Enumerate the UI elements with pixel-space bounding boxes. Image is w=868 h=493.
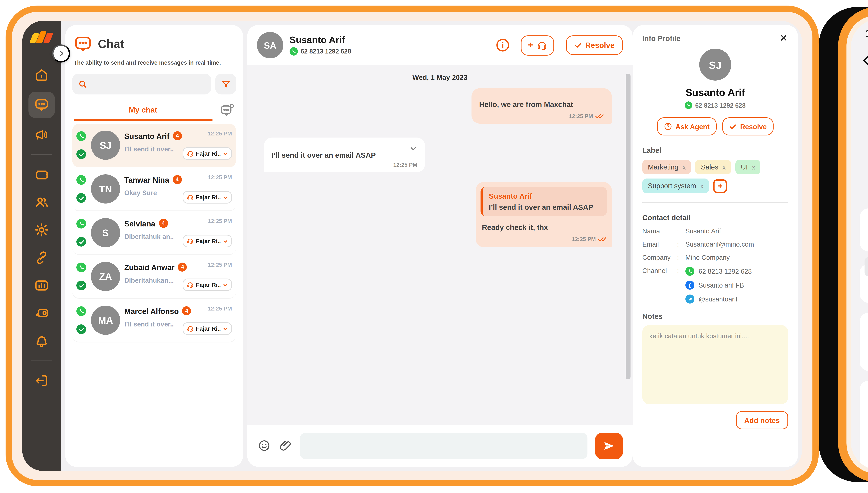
chevron-down-icon: [223, 151, 228, 156]
channel-value: Susanto arif FB: [698, 281, 744, 289]
channel-value: 62 8213 1292 628: [698, 267, 752, 275]
chat-list-item-marcel[interactable]: MA Marcel Alfonso 4 I’ll send it over.. …: [72, 299, 236, 342]
agent-select[interactable]: Fajar Ri..: [183, 279, 232, 291]
check-icon: [729, 123, 737, 130]
resolve-label: Resolve: [585, 41, 615, 49]
new-chat-icon[interactable]: [219, 103, 235, 118]
tag-marketing[interactable]: Marketingx: [642, 160, 691, 174]
headset-icon: [187, 325, 194, 332]
plus-icon: +: [528, 42, 533, 49]
outgoing-message: Hello, we are from Maxchat 12:25 PM: [471, 88, 612, 124]
agent-select[interactable]: Fajar Ri..: [183, 147, 232, 160]
contact-name: Susanto Arif: [642, 87, 788, 98]
send-button[interactable]: [595, 433, 623, 459]
notifications-icon[interactable]: [33, 333, 50, 349]
field-label: Email: [642, 240, 677, 248]
whatsapp-icon: [685, 102, 692, 109]
integrations-link-icon[interactable]: [33, 249, 50, 266]
resolved-check-icon: [76, 324, 86, 334]
double-check-icon: [598, 236, 607, 242]
message-area: Wed, 1 May 2023 Hello, we are from Maxch…: [247, 65, 632, 425]
tab-my-chat[interactable]: My chat: [74, 106, 213, 121]
message-text: Hello, we are from Maxchat: [479, 99, 604, 109]
avatar: TN: [91, 174, 120, 203]
whatsapp-channel-icon: [76, 262, 86, 272]
conversation-header: SA Susanto Arif 62 8213 1292 628: [247, 25, 632, 65]
headset-icon: [187, 238, 194, 244]
sidebar: [22, 21, 61, 471]
remove-tag-icon[interactable]: x: [683, 164, 686, 171]
resolve-button[interactable]: Resolve: [566, 36, 623, 55]
home-icon[interactable]: [33, 67, 50, 83]
contact-name: Tanwar Nina: [124, 175, 169, 184]
broadcast-icon[interactable]: [33, 126, 50, 143]
panel-title: Chat: [98, 37, 124, 51]
ask-agent-button[interactable]: Ask Agent: [657, 117, 716, 135]
logout-icon[interactable]: [33, 372, 50, 389]
add-notes-button[interactable]: Add notes: [736, 411, 788, 429]
tag-label: Marketing: [648, 163, 678, 171]
agent-name: Fajar Ri..: [196, 238, 221, 244]
tag-support-system[interactable]: Support systemx: [642, 178, 709, 193]
message-input[interactable]: [300, 433, 587, 459]
agent-select[interactable]: Fajar Ri..: [183, 235, 232, 247]
filter-button[interactable]: [215, 73, 236, 94]
resolve-label: Resolve: [740, 123, 766, 130]
chat-list-panel: Chat The ability to send and receive mes…: [65, 25, 243, 467]
analytics-icon[interactable]: [33, 277, 50, 294]
chat-list-item-selviana[interactable]: S Selviana 4 Diberitahuk an.. 12:25 PM: [72, 211, 236, 255]
message-preview: Diberitahukan...: [124, 276, 178, 285]
contact-detail-heading: Contact detail: [642, 213, 788, 221]
avatar: SJ: [699, 49, 731, 81]
tag-ui[interactable]: UIx: [735, 160, 761, 174]
phone-screen: 14:07 4G 35 Contact info Edit: [851, 19, 868, 470]
search-input[interactable]: [72, 73, 211, 94]
message-menu-chevron-icon[interactable]: [409, 145, 417, 153]
message-preview: Okay Sure: [124, 189, 178, 197]
add-label-button[interactable]: +: [713, 179, 727, 193]
chat-list-item-zubaid[interactable]: ZA Zubaid Anwar 4 Diberitahukan... 12:25…: [72, 255, 236, 299]
settings-icon[interactable]: [33, 221, 50, 238]
chat-list-item-susanto[interactable]: SJ Susanto Arif 4 I’ll send it over.. 12…: [72, 124, 236, 167]
whatsapp-channel-icon: [76, 175, 86, 185]
remove-tag-icon[interactable]: x: [700, 182, 704, 189]
tag-label: Sales: [701, 163, 718, 171]
attachment-button[interactable]: [279, 439, 292, 453]
chevron-down-icon: [223, 326, 228, 331]
ticket-icon[interactable]: [33, 166, 50, 183]
agent-select[interactable]: Fajar Ri..: [183, 322, 232, 335]
info-button[interactable]: [495, 38, 511, 53]
agent-name: Fajar Ri..: [196, 325, 221, 332]
sidebar-collapse-button[interactable]: [52, 44, 70, 63]
scrollbar[interactable]: [626, 73, 630, 379]
chat-list-item-tanwar[interactable]: TN Tanwar Nina 4 Okay Sure 12:25 PM: [72, 167, 236, 211]
tag-sales[interactable]: Salesx: [695, 160, 731, 174]
chat-icon[interactable]: [28, 92, 55, 118]
notes-textarea[interactable]: [642, 325, 788, 404]
audio-call-button[interactable]: Audio: [860, 208, 868, 252]
check-icon: [574, 41, 582, 49]
whatsapp-channel-icon: [76, 131, 86, 141]
settings-card: Notifications Chat theme Save: [860, 381, 868, 468]
quote-text: I’ll send it over an email ASAP: [489, 203, 601, 211]
question-icon: [664, 122, 672, 131]
close-icon[interactable]: [778, 33, 788, 43]
send-icon: [603, 440, 615, 452]
remove-tag-icon[interactable]: x: [752, 164, 755, 171]
add-agent-button[interactable]: +: [521, 35, 554, 55]
agent-select[interactable]: Fajar Ri..: [183, 191, 232, 203]
sidebar-nav: [28, 61, 55, 394]
back-icon[interactable]: [860, 54, 868, 68]
channel-value: @susantoarif: [698, 295, 738, 303]
agent-name: Fajar Ri..: [196, 281, 221, 288]
timestamp: 12:25 PM: [208, 262, 232, 268]
double-check-icon: [595, 113, 604, 120]
tag-label: UI: [741, 163, 748, 171]
emoji-button[interactable]: [257, 439, 271, 453]
remove-tag-icon[interactable]: x: [722, 164, 726, 171]
chevron-down-icon: [223, 282, 228, 287]
resolve-button[interactable]: Resolve: [722, 117, 774, 135]
device-sync-icon[interactable]: [33, 305, 50, 322]
contacts-icon[interactable]: [33, 194, 50, 211]
channel-facebook: f Susanto arif FB: [685, 281, 788, 290]
